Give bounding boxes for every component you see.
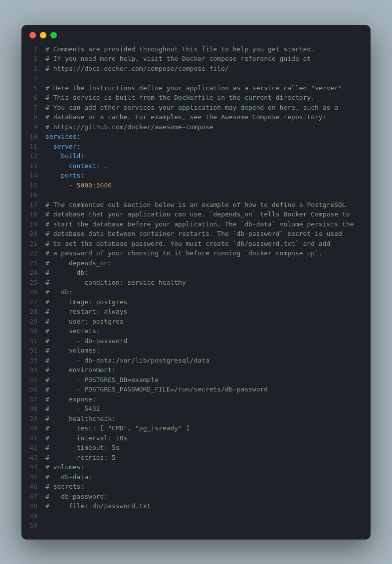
- code-line[interactable]: 8# database or a cache. For examples, se…: [21, 112, 371, 122]
- code-line[interactable]: 21# to set the database password. You mu…: [21, 239, 371, 249]
- code-content[interactable]: # depends_on:: [45, 258, 371, 268]
- code-content[interactable]: services:: [45, 132, 371, 142]
- code-line[interactable]: 11 server:: [21, 142, 371, 152]
- code-content[interactable]: # If you need more help, visit the Docke…: [45, 54, 371, 64]
- code-content[interactable]: # retries: 5: [45, 453, 371, 463]
- code-content[interactable]: # condition: service_healthy: [45, 278, 371, 288]
- code-line[interactable]: 41# interval: 10s: [21, 433, 371, 443]
- code-line[interactable]: 14 ports:: [21, 171, 371, 181]
- code-content[interactable]: server:: [45, 142, 371, 152]
- code-content[interactable]: # db-password:: [45, 492, 371, 502]
- code-content[interactable]: [45, 521, 371, 531]
- code-line[interactable]: 27# image: postgres: [21, 297, 371, 307]
- code-content[interactable]: # - db-data:/var/lib/postgresql/data: [45, 356, 371, 366]
- code-content[interactable]: # timeout: 5s: [45, 443, 371, 453]
- code-line[interactable]: 46# secrets:: [21, 482, 371, 492]
- code-line[interactable]: 31# - db-password: [21, 336, 371, 346]
- code-content[interactable]: # You can add other services your applic…: [45, 103, 371, 113]
- code-content[interactable]: # expose:: [45, 394, 371, 404]
- code-content[interactable]: [45, 511, 371, 521]
- code-line[interactable]: 45# db-data:: [21, 472, 371, 482]
- code-line[interactable]: 7# You can add other services your appli…: [21, 103, 371, 113]
- code-line[interactable]: 10services:: [21, 132, 371, 142]
- code-editor[interactable]: 1# Comments are provided throughout this…: [21, 42, 371, 540]
- code-content[interactable]: # db-data:: [45, 472, 371, 482]
- code-line[interactable]: 29# user: postgres: [21, 317, 371, 327]
- code-content[interactable]: # database data between container restar…: [45, 229, 371, 239]
- minimize-icon[interactable]: [40, 32, 46, 38]
- code-line[interactable]: 50: [21, 521, 371, 531]
- code-line[interactable]: 42# timeout: 5s: [21, 443, 371, 453]
- code-line[interactable]: 44# volumes:: [21, 462, 371, 472]
- code-line[interactable]: 32# volumes:: [21, 346, 371, 356]
- code-line[interactable]: 20# database data between container rest…: [21, 229, 371, 239]
- code-line[interactable]: 5# Here the instructions define your app…: [21, 83, 371, 93]
- code-content[interactable]: [45, 73, 371, 83]
- code-line[interactable]: 13 context: .: [21, 161, 371, 171]
- code-line[interactable]: 39# healthcheck:: [21, 414, 371, 424]
- code-line[interactable]: 9# https://github.com/docker/awesome-com…: [21, 122, 371, 132]
- code-line[interactable]: 4: [21, 73, 371, 83]
- code-line[interactable]: 37# expose:: [21, 394, 371, 404]
- code-content[interactable]: build:: [45, 151, 371, 161]
- code-line[interactable]: 15 - 5000:5000: [21, 181, 371, 190]
- code-line[interactable]: 6# This service is built from the Docker…: [21, 93, 371, 103]
- code-line[interactable]: 3# https://docs.docker.com/compose/compo…: [21, 64, 371, 74]
- code-content[interactable]: # This service is built from the Dockerf…: [45, 93, 371, 103]
- code-line[interactable]: 23# depends_on:: [21, 258, 371, 268]
- code-line[interactable]: 16: [21, 190, 371, 200]
- code-content[interactable]: context: .: [45, 161, 371, 171]
- code-content[interactable]: # file: db/password.txt: [45, 501, 371, 511]
- code-content[interactable]: # image: postgres: [45, 297, 371, 307]
- close-icon[interactable]: [29, 32, 36, 38]
- code-line[interactable]: 22# a password of your choosing to it be…: [21, 248, 371, 258]
- code-line[interactable]: 35# - POSTGRES_DB=example: [21, 375, 371, 385]
- code-content[interactable]: # - 5432: [45, 404, 371, 414]
- code-content[interactable]: # Comments are provided throughout this …: [45, 44, 371, 54]
- code-content[interactable]: # db:: [45, 268, 371, 278]
- code-line[interactable]: 2# If you need more help, visit the Dock…: [21, 54, 371, 64]
- code-content[interactable]: # to set the database password. You must…: [45, 239, 371, 249]
- code-content[interactable]: # volumes:: [45, 462, 371, 472]
- code-content[interactable]: # test: [ "CMD", "pg_isready" ]: [45, 423, 371, 433]
- code-content[interactable]: # interval: 10s: [45, 433, 371, 443]
- code-content[interactable]: # restart: always: [45, 307, 371, 317]
- code-line[interactable]: 1# Comments are provided throughout this…: [21, 44, 371, 54]
- code-content[interactable]: # - POSTGRES_DB=example: [45, 375, 371, 385]
- code-line[interactable]: 33# - db-data:/var/lib/postgresql/data: [21, 356, 371, 366]
- code-line[interactable]: 36# - POSTGRES_PASSWORD_FILE=/run/secret…: [21, 384, 371, 394]
- code-content[interactable]: # db:: [45, 287, 371, 297]
- code-content[interactable]: # a password of your choosing to it befo…: [45, 248, 371, 258]
- code-content[interactable]: # database or a cache. For examples, see…: [45, 112, 371, 122]
- code-line[interactable]: 34# environment:: [21, 365, 371, 375]
- code-line[interactable]: 26# db:: [21, 287, 371, 297]
- code-line[interactable]: 40# test: [ "CMD", "pg_isready" ]: [21, 423, 371, 433]
- code-content[interactable]: # volumes:: [45, 346, 371, 356]
- code-content[interactable]: # - POSTGRES_PASSWORD_FILE=/run/secrets/…: [45, 384, 371, 394]
- code-content[interactable]: [45, 190, 371, 200]
- code-line[interactable]: 30# secrets:: [21, 326, 371, 336]
- code-content[interactable]: # https://docs.docker.com/compose/compos…: [45, 64, 371, 74]
- code-line[interactable]: 24# db:: [21, 268, 371, 278]
- code-content[interactable]: # Here the instructions define your appl…: [45, 83, 371, 93]
- code-line[interactable]: 47# db-password:: [21, 492, 371, 502]
- code-content[interactable]: # healthcheck:: [45, 414, 371, 424]
- code-content[interactable]: # secrets:: [45, 482, 371, 492]
- code-content[interactable]: # environment:: [45, 365, 371, 375]
- code-line[interactable]: 12 build:: [21, 151, 371, 161]
- code-content[interactable]: # - db-password: [45, 336, 371, 346]
- code-content[interactable]: ports:: [45, 171, 371, 181]
- maximize-icon[interactable]: [50, 32, 57, 38]
- code-line[interactable]: 19# start the database before your appli…: [21, 219, 371, 229]
- code-content[interactable]: # user: postgres: [45, 317, 371, 327]
- code-content[interactable]: # https://github.com/docker/awesome-comp…: [45, 122, 371, 132]
- code-line[interactable]: 49: [21, 511, 371, 521]
- code-content[interactable]: # database that your application can use…: [45, 209, 371, 219]
- code-content[interactable]: - 5000:5000: [45, 181, 371, 190]
- code-content[interactable]: # secrets:: [45, 326, 371, 336]
- code-content[interactable]: # start the database before your applica…: [45, 219, 371, 229]
- code-line[interactable]: 28# restart: always: [21, 307, 371, 317]
- code-line[interactable]: 48# file: db/password.txt: [21, 501, 371, 511]
- code-line[interactable]: 25# condition: service_healthy: [21, 278, 371, 288]
- code-line[interactable]: 43# retries: 5: [21, 453, 371, 463]
